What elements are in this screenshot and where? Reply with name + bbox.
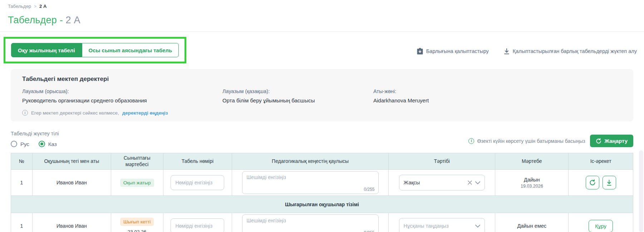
- breadcrumb-root[interactable]: Табельдер: [8, 4, 31, 9]
- radio-kaz[interactable]: Каз: [39, 141, 57, 147]
- behavior-cell: Нұсқаны таңдаңыз: [389, 213, 496, 232]
- panel-info-row: Егер мектеп деректері сәйкес келмесе, де…: [22, 110, 622, 116]
- status-cell: Дайын 19.03.2026: [495, 170, 569, 195]
- refresh-button-label: Жаңарту: [604, 138, 628, 144]
- radio-rus-label: Рус: [20, 141, 29, 147]
- refresh-icon: [589, 179, 596, 186]
- behavior-select[interactable]: Нұсқаны таңдаңыз: [399, 218, 485, 232]
- breadcrumb-separator-icon: >: [34, 4, 36, 9]
- refresh-area: Өзекті күйін көрсету үшін батырманы басы…: [468, 135, 633, 147]
- create-report-button[interactable]: Құру: [589, 220, 613, 232]
- refresh-button[interactable]: Жаңарту: [590, 135, 633, 147]
- refresh-hint-text: Өзекті күйін көрсету үшін батырманы басы…: [477, 138, 585, 144]
- report-number-input[interactable]: [171, 218, 224, 232]
- actions-cell: Құру: [569, 213, 633, 232]
- decision-textarea[interactable]: Шешімді енгізіңіз 0/255: [242, 171, 379, 194]
- clear-icon[interactable]: [467, 180, 472, 185]
- col-header-class-status: Сыныптағы мәртебесі: [111, 153, 163, 169]
- panel-fields: Лауазым (орысша): Руководитель организац…: [22, 88, 622, 103]
- behavior-value: Жақсы: [404, 180, 464, 185]
- chevron-down-icon: [475, 181, 480, 184]
- scrollbar-track[interactable]: [639, 150, 643, 232]
- field-position-kz: Лауазым (қазақша): Орта білім беру ұйымы…: [222, 88, 373, 103]
- row-actions: [586, 176, 616, 189]
- chevron-down-icon: [475, 224, 480, 228]
- row-number: 1: [11, 213, 33, 232]
- info-text: Егер мектеп деректері сәйкес келмесе,: [31, 110, 119, 116]
- decision-placeholder: Шешімді енгізіңіз: [247, 218, 286, 223]
- download-all-button[interactable]: Қалыптастырылған барлық табельдерді жүкт…: [504, 48, 637, 54]
- col-header-num: №: [11, 153, 33, 169]
- col-header-actions: Іс-әрекет: [569, 153, 633, 169]
- field-full-name: Аты-жөні: Aidarkhanova Meruyert: [373, 88, 468, 103]
- char-counter: 0/255: [364, 187, 375, 192]
- report-number-input[interactable]: [171, 175, 224, 190]
- radio-kaz-label: Каз: [48, 141, 57, 147]
- table-row: 1 Иванов Иван Оқып жатыр Шешімді енгізің…: [11, 170, 633, 196]
- status-text: Дайын: [524, 177, 540, 183]
- header-actions: Барлығына қалыптастыру Қалыптастырылған …: [417, 46, 637, 54]
- language-section: Табельді жүктеу тілі Рус Каз: [11, 131, 59, 147]
- language-label: Табельді жүктеу тілі: [11, 131, 59, 136]
- row-number: 1: [11, 170, 33, 195]
- field-value: Руководитель организации среднего образо…: [22, 97, 222, 103]
- class-status-cell: Оқып жатыр: [111, 170, 163, 195]
- col-header-student: Оқушының тегі мен аты: [33, 153, 111, 169]
- toolbar: Оқу жылының табелі Осы сынып аясындағы т…: [0, 32, 644, 63]
- table-header-row: № Оқушының тегі мен аты Сыныптағы мәртеб…: [11, 153, 633, 170]
- generate-all-label: Барлығына қалыптастыру: [426, 48, 489, 54]
- decision-cell: Шешімді енгізіңіз 0/255: [232, 170, 388, 195]
- generate-all-button[interactable]: Барлығына қалыптастыру: [417, 48, 489, 54]
- field-label: Аты-жөні:: [373, 88, 468, 94]
- table-row: 1 Иванов Иван Шығып кетті 23.02.26 Шешім…: [11, 213, 633, 232]
- clipboard-generate-icon: [417, 48, 423, 54]
- col-header-status: Мәртебе: [495, 153, 569, 169]
- breadcrumb-current: 2 А: [39, 4, 46, 9]
- char-counter: 0/255: [364, 230, 375, 232]
- regenerate-button[interactable]: [586, 176, 599, 189]
- field-position-ru: Лауазым (орысша): Руководитель организац…: [22, 88, 222, 103]
- refresh-hint: Өзекті күйін көрсету үшін батырманы басы…: [468, 138, 585, 144]
- reports-table: № Оқушының тегі мен аты Сыныптағы мәртеб…: [11, 153, 633, 232]
- student-name: Иванов Иван: [33, 170, 111, 195]
- decision-placeholder: Шешімді енгізіңіз: [247, 174, 286, 180]
- tab-class-report[interactable]: Осы сынып аясындағы табель: [82, 43, 179, 57]
- status-text: Дайын емес: [517, 223, 546, 229]
- status-badge: Шығып кетті: [120, 218, 154, 226]
- report-number-cell: [163, 170, 232, 195]
- tab-group: Оқу жылының табелі Осы сынып аясындағы т…: [11, 43, 179, 57]
- download-icon: [606, 180, 612, 186]
- actions-cell: [569, 170, 633, 195]
- download-report-button[interactable]: [603, 176, 616, 189]
- report-number-cell: [163, 213, 232, 232]
- info-icon-green: [468, 138, 474, 144]
- behavior-cell: Жақсы: [389, 170, 496, 195]
- download-icon: [504, 48, 510, 54]
- behavior-placeholder: Нұсқаны таңдаңыз: [404, 223, 472, 229]
- student-name: Иванов Иван: [33, 213, 111, 232]
- col-header-behavior: Тәртібі: [389, 153, 496, 169]
- field-label: Лауазым (қазақша):: [222, 88, 373, 94]
- expelled-section-row: Шығарылған оқушылар тізімі: [11, 196, 633, 213]
- breadcrumb: Табельдер > 2 А: [0, 0, 644, 9]
- field-value: Орта білім беру ұйымының басшысы: [222, 97, 373, 103]
- tab-year-report[interactable]: Оқу жылының табелі: [11, 43, 82, 57]
- decision-cell: Шешімді енгізіңіз 0/255: [232, 213, 388, 232]
- field-label: Лауазым (орысша):: [22, 88, 222, 94]
- edit-data-link[interactable]: деректерді өңдеңіз: [122, 110, 168, 116]
- language-refresh-row: Табельді жүктеу тілі Рус Каз Өзекті күйі…: [11, 131, 633, 147]
- info-icon: [22, 110, 28, 116]
- decision-textarea[interactable]: Шешімді енгізіңіз 0/255: [242, 214, 379, 232]
- col-header-decision: Педагогикалық кеңестің қаулысы: [232, 153, 388, 169]
- behavior-select[interactable]: Жақсы: [399, 175, 485, 190]
- status-badge: Оқып жатыр: [120, 179, 154, 187]
- radio-rus[interactable]: Рус: [11, 141, 29, 147]
- status-date: 19.03.2026: [521, 184, 543, 189]
- page-title-class: 2 А: [66, 15, 80, 25]
- download-all-label: Қалыптастырылған барлық табельдерді жүкт…: [513, 48, 637, 54]
- radio-checked-icon: [39, 141, 45, 147]
- page-title-prefix: Табельдер -: [8, 15, 66, 25]
- field-value: Aidarkhanova Meruyert: [373, 97, 468, 103]
- radio-unchecked-icon: [11, 141, 17, 147]
- school-data-panel: Табельдегі мектеп деректері Лауазым (оры…: [11, 69, 633, 121]
